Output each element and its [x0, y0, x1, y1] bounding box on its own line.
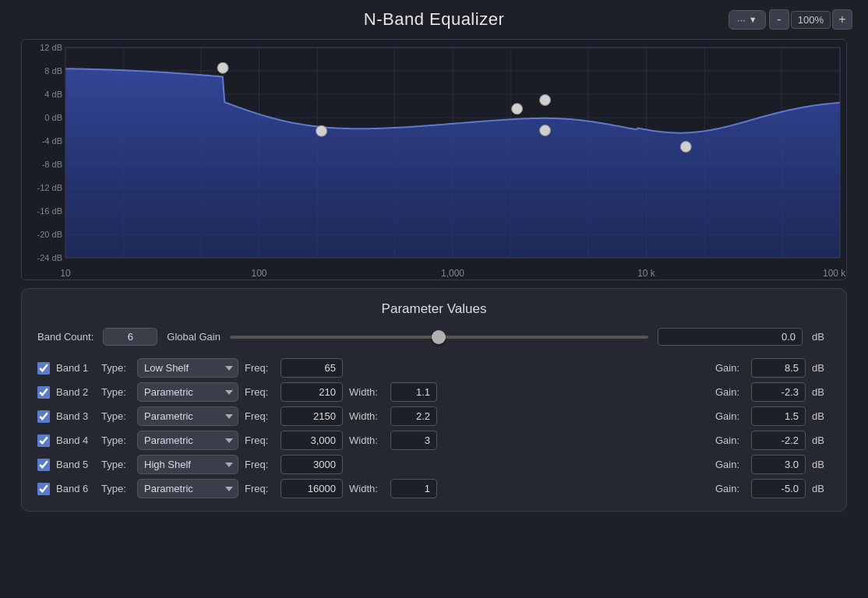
- band-4-checkbox[interactable]: [37, 434, 50, 447]
- band-3-freq-value[interactable]: [281, 406, 343, 426]
- band-4-freq-value[interactable]: [281, 431, 343, 450]
- band-1-gain-label: Gain:: [715, 362, 745, 374]
- band-4-freq-label: Freq:: [245, 434, 274, 446]
- band-row-5: Band 5 Type: Low Shelf High Shelf Parame…: [37, 455, 831, 474]
- band-3-label: Band 3: [56, 410, 95, 422]
- band-row-4: Band 4 Type: Low Shelf High Shelf Parame…: [37, 431, 831, 450]
- chevron-down-icon: ▼: [749, 15, 757, 24]
- band-5-freq-label: Freq:: [245, 459, 274, 470]
- eq-graph-container: [21, 39, 847, 280]
- band-2-width-value[interactable]: [390, 382, 437, 402]
- band-4-width-label: Width:: [349, 434, 384, 446]
- band-5-type-label: Type:: [101, 459, 131, 470]
- zoom-out-button[interactable]: -: [769, 9, 789, 30]
- band-2-type-select[interactable]: Low Shelf High Shelf Parametric Notch Hi…: [137, 382, 238, 402]
- band-6-type-select[interactable]: Low Shelf High Shelf Parametric Notch Hi…: [137, 479, 238, 498]
- global-gain-db: dB: [812, 331, 831, 343]
- band-3-gain-label: Gain:: [715, 410, 745, 422]
- band-count-select[interactable]: 6 12345 78: [103, 328, 157, 346]
- band-row-1: Band 1 Type: Low Shelf High Shelf Parame…: [37, 358, 831, 378]
- header-controls: ··· ▼ - 100% +: [729, 9, 852, 30]
- band-6-type-label: Type:: [101, 483, 131, 494]
- global-gain-value[interactable]: [658, 328, 803, 346]
- global-gain-label: Global Gain: [167, 331, 221, 343]
- band-2-db: dB: [812, 386, 831, 398]
- band-6-width-label: Width:: [349, 483, 384, 494]
- band-5-gain-value[interactable]: [751, 455, 806, 474]
- band-4-gain-value[interactable]: [751, 431, 806, 450]
- band-row-3: Band 3 Type: Low Shelf High Shelf Parame…: [37, 406, 831, 426]
- global-gain-slider[interactable]: [230, 336, 648, 339]
- band-3-width-label: Width:: [349, 410, 384, 422]
- band-5-freq-value[interactable]: [281, 455, 343, 474]
- param-panel: Parameter Values Band Count: 6 12345 78 …: [21, 288, 847, 512]
- band-2-freq-label: Freq:: [245, 386, 274, 398]
- band-1-label: Band 1: [56, 362, 95, 374]
- band-4-db: dB: [812, 434, 831, 446]
- band-3-freq-label: Freq:: [245, 410, 274, 422]
- band-5-type-select[interactable]: Low Shelf High Shelf Parametric Notch Hi…: [137, 455, 238, 474]
- band-1-type-select[interactable]: Low Shelf High Shelf Parametric Notch Hi…: [137, 358, 238, 378]
- band-5-label: Band 5: [56, 459, 95, 470]
- app-title: N-Band Equalizer: [364, 9, 504, 30]
- band-2-type-label: Type:: [101, 386, 131, 398]
- band-4-type-label: Type:: [101, 434, 131, 446]
- band-2-gain-label: Gain:: [715, 386, 745, 398]
- band-1-gain-value[interactable]: [751, 358, 806, 378]
- band-2-gain-value[interactable]: [751, 382, 806, 402]
- zoom-controls: - 100% +: [769, 9, 852, 30]
- band-6-gain-value[interactable]: [751, 479, 806, 498]
- band-2-freq-value[interactable]: [281, 382, 343, 402]
- band-5-db: dB: [812, 459, 831, 470]
- band-1-db: dB: [812, 362, 831, 374]
- band-5-checkbox[interactable]: [37, 459, 50, 471]
- band-6-gain-label: Gain:: [715, 483, 745, 494]
- band-2-label: Band 2: [56, 386, 95, 398]
- bands-grid: Band 1 Type: Low Shelf High Shelf Parame…: [37, 358, 831, 498]
- band-6-checkbox[interactable]: [37, 483, 50, 495]
- band-1-freq-value[interactable]: [281, 358, 343, 378]
- zoom-in-button[interactable]: +: [832, 9, 852, 30]
- zoom-value: 100%: [791, 11, 831, 29]
- app-header: N-Band Equalizer ··· ▼ - 100% +: [0, 0, 868, 39]
- band-count-label: Band Count:: [37, 331, 94, 343]
- band-4-label: Band 4: [56, 434, 95, 446]
- band-6-label: Band 6: [56, 483, 95, 494]
- band-1-freq-label: Freq:: [245, 362, 274, 374]
- band-2-checkbox[interactable]: [37, 386, 50, 399]
- band-3-type-select[interactable]: Low Shelf High Shelf Parametric Notch Hi…: [137, 406, 238, 426]
- param-title: Parameter Values: [37, 301, 831, 317]
- band-3-width-value[interactable]: [390, 406, 437, 426]
- band-3-db: dB: [812, 410, 831, 422]
- band-3-gain-value[interactable]: [751, 406, 806, 426]
- global-row: Band Count: 6 12345 78 Global Gain dB: [37, 328, 831, 346]
- band-4-width-value[interactable]: [390, 431, 437, 450]
- band-4-gain-label: Gain:: [715, 434, 745, 446]
- preset-button[interactable]: ··· ▼: [729, 10, 766, 30]
- band-6-width-value[interactable]: [390, 479, 437, 498]
- band-2-width-label: Width:: [349, 386, 384, 398]
- band-5-gain-label: Gain:: [715, 459, 745, 470]
- band-3-type-label: Type:: [101, 410, 131, 422]
- band-4-type-select[interactable]: Low Shelf High Shelf Parametric Notch Hi…: [137, 431, 238, 450]
- band-6-freq-label: Freq:: [245, 483, 274, 494]
- band-6-freq-value[interactable]: [281, 479, 343, 498]
- band-row-6: Band 6 Type: Low Shelf High Shelf Parame…: [37, 479, 831, 498]
- band-row-2: Band 2 Type: Low Shelf High Shelf Parame…: [37, 382, 831, 402]
- band-1-type-label: Type:: [101, 362, 131, 374]
- band-1-checkbox[interactable]: [37, 362, 50, 375]
- eq-graph[interactable]: [21, 39, 847, 280]
- band-3-checkbox[interactable]: [37, 410, 50, 423]
- band-6-db: dB: [812, 483, 831, 494]
